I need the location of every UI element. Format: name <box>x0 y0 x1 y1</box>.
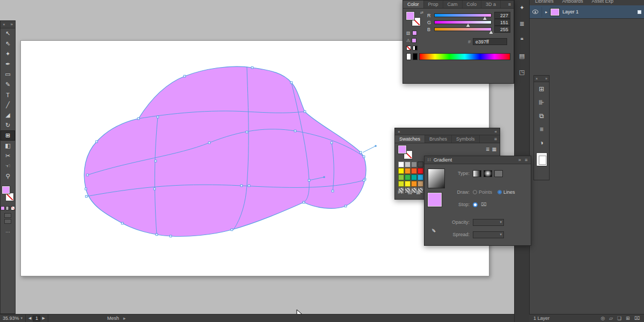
swatch[interactable] <box>418 168 423 174</box>
tab-color[interactable]: Color <box>403 1 424 8</box>
pen-tool[interactable]: ✒ <box>1 59 15 69</box>
panel-menu-icon[interactable]: ≡ <box>506 2 514 7</box>
mesh-tool[interactable]: ⊞ <box>1 130 15 141</box>
swatch[interactable] <box>411 162 417 167</box>
zoom-dropdown[interactable]: 35.93% ▾ <box>0 314 26 322</box>
mesh-anchor[interactable] <box>86 174 89 176</box>
tab-colo[interactable]: Colo <box>463 1 482 8</box>
slider-thumb[interactable] <box>489 31 493 34</box>
eraser-tool[interactable]: ◢ <box>1 110 15 120</box>
tab-prop[interactable]: Prop <box>424 1 443 8</box>
swap-fill-stroke-icon[interactable]: ⇄ <box>420 11 423 15</box>
gamut-warning-row[interactable]: ⚠ <box>406 38 423 43</box>
eyedropper-icon[interactable]: ✒ <box>429 225 438 235</box>
mesh-anchor[interactable] <box>360 151 362 153</box>
swatch[interactable] <box>405 162 411 167</box>
align-icon[interactable]: ⊪ <box>535 96 548 109</box>
freeform-gradient-type[interactable] <box>494 170 503 177</box>
new-sublayer-icon[interactable]: ❏ <box>617 316 621 321</box>
spread-dropdown[interactable]: ▾ <box>473 231 504 238</box>
visibility-eye-icon[interactable] <box>532 10 538 14</box>
mesh-anchor[interactable] <box>246 131 248 133</box>
swatch[interactable] <box>418 181 423 187</box>
mesh-anchor[interactable] <box>240 185 243 187</box>
fill-stroke-proxy[interactable]: ⇄ <box>406 12 422 28</box>
asset-export-icon[interactable]: ◑ <box>535 136 548 149</box>
status-flyout-icon[interactable]: ▸ <box>123 316 126 321</box>
line-segment-tool[interactable]: ╱ <box>1 100 15 110</box>
slider-thumb[interactable] <box>466 24 470 27</box>
delete-selection-icon[interactable]: ⌧ <box>634 316 640 321</box>
none-swatch[interactable] <box>406 46 411 50</box>
hand-tool[interactable]: ☜ <box>1 161 15 171</box>
tab-cam[interactable]: Cam <box>443 1 463 8</box>
magic-wand-tool[interactable]: ✦ <box>1 49 15 59</box>
layer-thumbnail[interactable] <box>551 9 559 16</box>
collapse-icon[interactable]: » <box>518 157 521 163</box>
mesh-anchor[interactable] <box>156 233 158 236</box>
mesh-anchor[interactable] <box>184 75 186 77</box>
swatch[interactable] <box>405 174 411 180</box>
gradient-mode-button[interactable] <box>6 206 10 210</box>
none-mode-button[interactable] <box>11 206 15 210</box>
swatch[interactable] <box>398 174 404 180</box>
toolbar-overflow-button[interactable]: … <box>1 228 15 233</box>
draw-normal-button[interactable] <box>4 213 11 218</box>
mesh-anchor[interactable] <box>304 111 306 113</box>
draw-lines-radio[interactable]: Lines <box>497 189 515 195</box>
slider-thumb[interactable] <box>483 17 487 20</box>
list-view-icon[interactable]: ≣ <box>486 147 490 152</box>
mesh-shape[interactable] <box>84 67 366 237</box>
swatch[interactable] <box>398 162 404 167</box>
close-icon[interactable]: × <box>3 22 5 27</box>
tab-3d-a[interactable]: 3D a <box>481 1 501 8</box>
gradient-preview[interactable] <box>428 169 445 188</box>
artboard-navigation[interactable]: ◀ 1 ▶ <box>26 314 48 322</box>
paintbrush-tool[interactable]: ✎ <box>1 79 15 90</box>
swatch[interactable] <box>398 168 404 174</box>
swatch[interactable] <box>398 181 404 187</box>
discover-icon[interactable]: ✦ <box>516 2 528 13</box>
channel-value-field[interactable]: 227 <box>494 12 510 19</box>
locate-object-icon[interactable]: ◎ <box>601 316 605 321</box>
mesh-anchor[interactable] <box>251 67 253 69</box>
white-swatch[interactable] <box>406 53 411 60</box>
mesh-anchor[interactable] <box>85 195 87 197</box>
adjustments-icon[interactable]: ≣ <box>516 18 528 29</box>
fill-swatch[interactable] <box>406 12 414 20</box>
artboard-number[interactable]: 1 <box>33 316 40 321</box>
selection-tool[interactable]: ↖ <box>1 28 15 39</box>
tab-artboards[interactable]: Artboards <box>562 0 583 4</box>
hex-value-field[interactable]: e397ff <box>473 38 507 45</box>
type-tool[interactable]: T <box>1 90 15 100</box>
fill-stroke-widget[interactable] <box>1 185 15 206</box>
web-safe-row[interactable]: ▧ <box>406 31 423 35</box>
color-mode-button[interactable] <box>1 206 5 210</box>
channel-slider-b[interactable] <box>434 27 492 31</box>
collapse-icon[interactable]: » <box>545 77 547 80</box>
mesh-anchor[interactable] <box>231 229 233 231</box>
opacity-dropdown[interactable]: ▾ <box>473 219 504 226</box>
tab-symbols[interactable]: Symbols <box>452 135 480 143</box>
mesh-anchor[interactable] <box>96 141 98 143</box>
swatch[interactable] <box>418 162 423 167</box>
mesh-anchor[interactable] <box>170 235 172 237</box>
swatch-kinds-icon[interactable]: ▦ <box>416 189 421 195</box>
web-safe-swatch[interactable] <box>412 31 417 35</box>
channel-slider-r[interactable] <box>434 13 492 17</box>
screen-mode-button[interactable] <box>4 219 11 224</box>
mesh-anchor[interactable] <box>208 142 210 144</box>
panel-menu-icon[interactable]: ≡ <box>525 157 528 163</box>
direction-handle[interactable] <box>375 145 377 147</box>
scissors-tool[interactable]: ✂ <box>1 151 15 161</box>
libraries-icon[interactable]: ▤ <box>516 50 528 61</box>
nav-next-icon[interactable]: ▶ <box>42 316 45 320</box>
panel-menu-icon[interactable]: ≡ <box>492 136 500 142</box>
swatch[interactable] <box>411 174 417 180</box>
gradient-tool[interactable]: ◧ <box>1 141 15 151</box>
mesh-anchor[interactable] <box>137 118 140 120</box>
swatch[interactable] <box>405 181 411 187</box>
collapse-icon[interactable]: » <box>11 22 13 27</box>
appearance-icon[interactable]: ≡ <box>535 122 548 136</box>
mesh-anchor[interactable] <box>363 156 365 158</box>
